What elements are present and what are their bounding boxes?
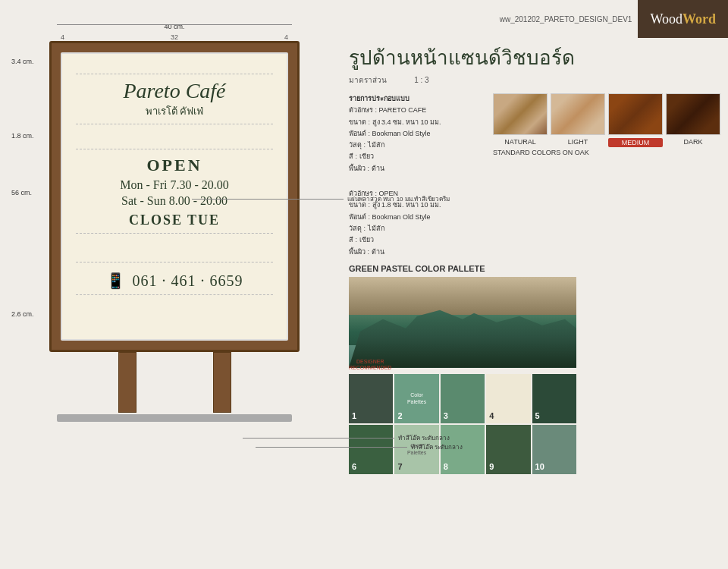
swatch-section: NATURAL LIGHT MEDIUM DARK STANDARD COLOR…: [493, 93, 720, 258]
dim-top-label: 40 cm.: [57, 18, 292, 32]
label-light: LIGHT: [551, 138, 605, 147]
sign-base: [57, 414, 292, 422]
dashed-line-1: [76, 74, 273, 74]
dim-label-34: 3.4 cm.: [11, 58, 34, 65]
cafe-name: Pareto Café: [76, 79, 273, 103]
annot-text-1: แผ่นพลาสวูด หนา 10 มม.ทำสีเขียวครีม: [347, 194, 450, 204]
sign-board-container: 3.4 cm. 1.8 cm. 56 cm. 2.6 cm. Pareto Ca…: [49, 41, 300, 422]
annot-line-2: [243, 438, 394, 439]
page-title: รูปด้านหน้าแซนด์วิชบอร์ด: [349, 42, 720, 73]
palette-grid-top: DESIGNERRECOMMENDED 1 2 ColorPalettes 3 …: [349, 374, 576, 423]
palette-cell-10: 10: [532, 425, 576, 474]
close-text: CLOSE TUE: [76, 212, 273, 228]
filename-text: ww_201202_PARETO_DESIGN_DEV1: [500, 15, 639, 24]
spec-size1: ขนาด : สูง 3.4 ซม. หนา 10 มม.: [349, 117, 482, 128]
spec-color2: สี : เขียว: [349, 234, 482, 246]
subdim-row: 4 32 4: [57, 33, 292, 41]
palette-container: DESIGNERRECOMMENDED 1 2 ColorPalettes 3 …: [349, 374, 720, 474]
pole-right: [213, 352, 231, 413]
header: ww_201202_PARETO_DESIGN_DEV1 Wood Word: [500, 0, 728, 38]
palette-num-4: 4: [489, 411, 494, 420]
brand-word1: Wood: [650, 11, 682, 27]
palette-num-1: 1: [352, 411, 356, 420]
palette-num-8: 8: [444, 462, 448, 471]
swatch-labels: NATURAL LIGHT MEDIUM DARK: [493, 138, 720, 147]
annot-line-3: [256, 447, 407, 448]
annot-text-3: ทำสีโอ๊ค ระดับกลาง: [411, 442, 463, 452]
spec-font2: ฟ้อนด์ : Bookman Old Style: [349, 212, 482, 223]
dim-label-56: 56 cm.: [11, 189, 32, 196]
phone-section: 📱 061 · 461 · 6659: [76, 272, 273, 290]
dim-label-18: 1.8 cm.: [11, 132, 34, 140]
spec-title: รายการประกอบแบบ: [349, 93, 482, 105]
dashed-line-6: [76, 294, 273, 295]
palette-cell-4: 4: [486, 374, 530, 423]
palette-num-2: 2: [397, 411, 402, 420]
swatch-natural: [493, 93, 548, 135]
annot-1: แผ่นพลาสวูด หนา 10 มม.ทำสีเขียวครีม: [192, 194, 450, 204]
sign-board: Pareto Café พาเรโต้ คัฟเฟ่ OPEN Mon - Fr…: [49, 41, 300, 352]
poles: [49, 352, 300, 413]
palette-num-6: 6: [352, 462, 356, 471]
spacer2: [76, 238, 273, 257]
palette-num-9: 9: [489, 462, 494, 471]
brand-logo: Wood Word: [638, 0, 728, 38]
green-title: GREEN PASTEL COLOR PALLETE: [349, 264, 720, 273]
palette-num-7: 7: [397, 462, 402, 471]
palette-cell-1: DESIGNERRECOMMENDED 1: [349, 374, 393, 423]
swatch-dark: [666, 93, 720, 135]
pole-left: [118, 352, 136, 413]
phone-number: 061 · 461 · 6659: [133, 272, 243, 290]
left-panel: 40 cm. 4 32 4 3.4 cm. 1.8 cm. 56 cm. 2.6…: [8, 8, 341, 554]
spec-color1: สี : เขียว: [349, 151, 482, 162]
scale-text: มาตราส่วน 1 : 3: [349, 74, 720, 86]
label-medium: MEDIUM: [608, 138, 663, 147]
dashed-line-5: [76, 262, 273, 262]
spec-surface1: พื้นผิว : ด้าน: [349, 163, 482, 174]
spec-char1: ตัวอักษร : PARETO CAFE: [349, 105, 482, 116]
swatch-medium: [608, 93, 663, 135]
palette-cell-9: 9: [486, 425, 530, 474]
spec-section: รายการประกอบแบบ ตัวอักษร : PARETO CAFE ข…: [349, 93, 720, 258]
open-text: OPEN: [76, 156, 273, 175]
right-panel: รูปด้านหน้าแซนด์วิชบอร์ด มาตราส่วน 1 : 3…: [349, 42, 720, 474]
palette-cell-5: 5: [532, 374, 576, 423]
swatch-light: [551, 93, 605, 135]
dashed-line-3: [76, 149, 273, 149]
brand-word2: Word: [682, 11, 716, 27]
dim-top-line: [57, 24, 292, 25]
label-dark: DARK: [666, 138, 720, 147]
palette-sublabel-2: ColorPalettes: [407, 392, 426, 405]
label-natural: NATURAL: [493, 138, 548, 147]
dashed-line-4: [76, 233, 273, 234]
cafe-name-thai: พาเรโต้ คัฟเฟ่: [76, 103, 273, 119]
spec-col-1: รายการประกอบแบบ ตัวอักษร : PARETO CAFE ข…: [349, 93, 482, 258]
swatches-row: [493, 93, 720, 135]
palette-num-10: 10: [535, 462, 544, 471]
palette-num-5: 5: [535, 411, 540, 420]
sign-inner: Pareto Café พาเรโต้ คัฟเฟ่ OPEN Mon - Fr…: [61, 52, 288, 341]
spec-material1: วัสดุ : ไม้สัก: [349, 140, 482, 151]
green-image: [349, 277, 576, 368]
spec-material2: วัสดุ : ไม้สัก: [349, 223, 482, 234]
phone-icon: 📱: [106, 272, 125, 290]
annot-3: ทำสีโอ๊ค ระดับกลาง: [256, 442, 463, 452]
dim-label-26: 2.6 cm.: [11, 310, 34, 318]
palette-cell-3: 3: [441, 374, 485, 423]
oak-text: STANDARD COLORS ON OAK: [493, 149, 720, 156]
palette-cell-2: 2 ColorPalettes: [394, 374, 438, 423]
annot-line-1: [192, 199, 344, 200]
spacer1: [76, 129, 273, 144]
palette-num-3: 3: [444, 411, 448, 420]
spec-font1: ฟ้อนด์ : Bookman Old Style: [349, 128, 482, 140]
dashed-line-2: [76, 124, 273, 124]
designer-badge: DESIGNERRECOMMENDED: [349, 359, 391, 372]
spec-surface2: พื้นผิว : ด้าน: [349, 247, 482, 258]
sky-layer: [349, 277, 576, 315]
hours-text-1: Mon - Fri 7.30 - 20.00: [76, 178, 273, 192]
